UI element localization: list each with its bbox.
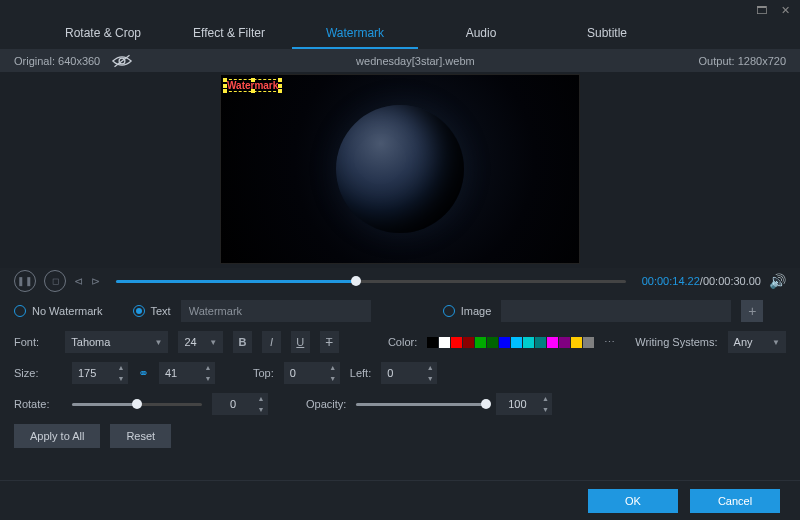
opacity-label: Opacity: — [306, 398, 346, 410]
color-swatch[interactable] — [439, 337, 450, 348]
left-label: Left: — [350, 367, 371, 379]
watermark-panel: No Watermark Text Image + Font: Tahoma▼ … — [0, 294, 800, 467]
color-label: Color: — [388, 336, 417, 348]
underline-button[interactable]: U — [291, 331, 310, 353]
radio-no-watermark[interactable]: No Watermark — [14, 305, 103, 317]
ok-button[interactable]: OK — [588, 489, 678, 513]
watermark-text-input[interactable] — [181, 300, 371, 322]
font-label: Font: — [14, 336, 55, 348]
radio-image[interactable]: Image — [443, 305, 492, 317]
output-resolution: Output: 1280x720 — [699, 55, 786, 67]
opacity-spinner[interactable]: ▲▼ — [496, 393, 552, 415]
visibility-toggle-icon[interactable] — [112, 54, 132, 68]
top-label: Top: — [253, 367, 274, 379]
height-spinner[interactable]: ▲▼ — [159, 362, 215, 384]
rotate-spinner[interactable]: ▲▼ — [212, 393, 268, 415]
radio-no-watermark-label: No Watermark — [32, 305, 103, 317]
color-swatch[interactable] — [451, 337, 462, 348]
top-spinner[interactable]: ▲▼ — [284, 362, 340, 384]
original-resolution: Original: 640x360 — [14, 55, 100, 67]
bold-button[interactable]: B — [233, 331, 252, 353]
color-swatch[interactable] — [499, 337, 510, 348]
font-size-select[interactable]: 24▼ — [178, 331, 223, 353]
color-swatches — [427, 337, 594, 348]
pause-button[interactable]: ❚❚ — [14, 270, 36, 292]
color-swatch[interactable] — [571, 337, 582, 348]
tab-subtitle[interactable]: Subtitle — [544, 20, 670, 49]
tab-watermark[interactable]: Watermark — [292, 20, 418, 49]
radio-text[interactable]: Text — [133, 305, 171, 317]
filename: wednesday[3star].webm — [356, 55, 475, 67]
close-icon[interactable]: ✕ — [776, 2, 794, 18]
color-swatch[interactable] — [475, 337, 486, 348]
radio-text-label: Text — [151, 305, 171, 317]
radio-image-label: Image — [461, 305, 492, 317]
watermark-overlay[interactable]: Watermark — [224, 79, 281, 92]
cancel-button[interactable]: Cancel — [690, 489, 780, 513]
color-swatch[interactable] — [487, 337, 498, 348]
video-frame[interactable]: Watermark — [220, 74, 580, 264]
color-swatch[interactable] — [523, 337, 534, 348]
playback-controls: ❚❚ ◻ ⊲ ⊳ 00:00:14.22/00:00:30.00 🔊 — [0, 268, 800, 294]
opacity-slider[interactable] — [356, 403, 486, 406]
writing-systems-label: Writing Systems: — [635, 336, 717, 348]
color-swatch[interactable] — [463, 337, 474, 348]
rotate-slider[interactable] — [72, 403, 202, 406]
video-preview: Watermark — [0, 72, 800, 268]
window-controls: 🗖 ✕ — [0, 0, 800, 20]
color-swatch[interactable] — [427, 337, 438, 348]
left-spinner[interactable]: ▲▼ — [381, 362, 437, 384]
stop-button[interactable]: ◻ — [44, 270, 66, 292]
font-family-select[interactable]: Tahoma▼ — [65, 331, 168, 353]
tab-bar: Rotate & Crop Effect & Filter Watermark … — [0, 20, 800, 50]
info-bar: Original: 640x360 wednesday[3star].webm … — [0, 50, 800, 72]
next-frame-button[interactable]: ⊳ — [91, 275, 100, 288]
watermark-image-input[interactable] — [501, 300, 731, 322]
footer: OK Cancel — [0, 480, 800, 520]
more-colors-icon[interactable]: ⋯ — [604, 336, 615, 349]
color-swatch[interactable] — [559, 337, 570, 348]
tab-audio[interactable]: Audio — [418, 20, 544, 49]
color-swatch[interactable] — [547, 337, 558, 348]
width-spinner[interactable]: ▲▼ — [72, 362, 128, 384]
strikethrough-button[interactable]: Ŧ — [320, 331, 339, 353]
prev-frame-button[interactable]: ⊲ — [74, 275, 83, 288]
add-image-button[interactable]: + — [741, 300, 763, 322]
color-swatch[interactable] — [511, 337, 522, 348]
link-aspect-icon[interactable]: ⚭ — [138, 366, 149, 381]
volume-icon[interactable]: 🔊 — [769, 273, 786, 289]
tab-effect-filter[interactable]: Effect & Filter — [166, 20, 292, 49]
reset-button[interactable]: Reset — [110, 424, 171, 448]
italic-button[interactable]: I — [262, 331, 281, 353]
seek-slider[interactable] — [116, 280, 626, 283]
size-label: Size: — [14, 367, 62, 379]
writing-systems-select[interactable]: Any▼ — [728, 331, 786, 353]
color-swatch[interactable] — [535, 337, 546, 348]
tab-rotate-crop[interactable]: Rotate & Crop — [40, 20, 166, 49]
video-content — [336, 105, 464, 233]
maximize-icon[interactable]: 🗖 — [752, 2, 770, 18]
apply-all-button[interactable]: Apply to All — [14, 424, 100, 448]
rotate-label: Rotate: — [14, 398, 62, 410]
color-swatch[interactable] — [583, 337, 594, 348]
timecode: 00:00:14.22/00:00:30.00 — [642, 275, 761, 287]
